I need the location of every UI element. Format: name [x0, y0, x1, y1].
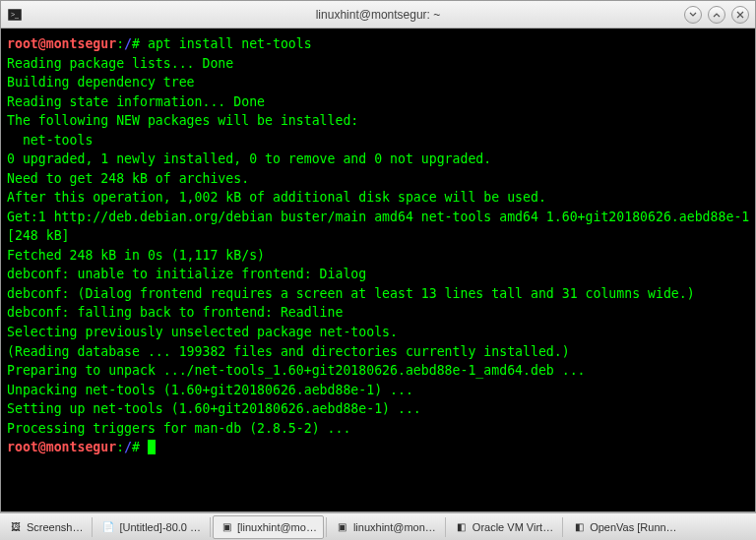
output-line: Building dependency tree: [7, 75, 195, 90]
app-icon: ▣: [220, 520, 233, 534]
output-line: Get:1 http://deb.debian.org/debian buste…: [7, 210, 755, 244]
taskbar-item[interactable]: ◧OpenVas [Runn…: [565, 515, 683, 539]
taskbar-item-label: OpenVas [Runn…: [590, 521, 676, 533]
output-line: Selecting previously unselected package …: [7, 325, 398, 339]
taskbar-item-label: linuxhint@mon…: [353, 521, 436, 533]
taskbar-item-label: [linuxhint@mo…: [237, 521, 317, 533]
output-line: Fetched 248 kB in 0s (1,117 kB/s): [7, 248, 265, 263]
prompt-sep: :: [116, 36, 124, 51]
taskbar-item-label: Screensh…: [27, 521, 83, 533]
taskbar: 🖼Screensh…📄[Untitled]-80.0 …▣[linuxhint@…: [0, 512, 756, 540]
minimize-button[interactable]: [684, 6, 702, 24]
taskbar-item[interactable]: ▣[linuxhint@mo…: [213, 515, 324, 539]
output-line: debconf: falling back to frontend: Readl…: [7, 305, 343, 320]
prompt-path: /: [124, 440, 132, 454]
taskbar-item[interactable]: ▣linuxhint@mon…: [329, 515, 443, 539]
prompt-path: /: [124, 36, 132, 51]
terminal-body[interactable]: root@montsegur:/# apt install net-tools …: [1, 29, 755, 511]
output-line: After this operation, 1,002 kB of additi…: [7, 190, 546, 205]
output-line: net-tools: [7, 133, 93, 148]
terminal-window: >_ linuxhint@montsegur: ~ root@montsegur…: [0, 0, 756, 512]
output-line: Unpacking net-tools (1.60+git20180626.ae…: [7, 383, 413, 397]
output-line: Reading state information... Done: [7, 94, 265, 109]
taskbar-separator: [210, 517, 211, 537]
prompt-sep: :: [116, 440, 124, 454]
taskbar-item[interactable]: 📄[Untitled]-80.0 …: [94, 515, 208, 539]
cursor: [148, 440, 156, 454]
svg-text:>_: >_: [11, 11, 19, 19]
taskbar-item[interactable]: ◧Oracle VM Virt…: [448, 515, 560, 539]
app-icon: ▣: [336, 520, 349, 534]
output-line: 0 upgraded, 1 newly installed, 0 to remo…: [7, 151, 491, 166]
taskbar-separator: [326, 517, 327, 537]
app-icon: 📄: [101, 520, 115, 534]
output-line: Setting up net-tools (1.60+git20180626.a…: [7, 401, 421, 416]
taskbar-item[interactable]: 🖼Screensh…: [2, 515, 90, 539]
prompt-symbol: #: [132, 36, 148, 51]
taskbar-separator: [92, 517, 93, 537]
app-icon: 🖼: [9, 520, 23, 534]
prompt-user-host: root@montsegur: [7, 440, 116, 454]
taskbar-separator: [562, 517, 563, 537]
app-icon: ◧: [572, 520, 586, 534]
close-button[interactable]: [731, 6, 749, 24]
output-line: Processing triggers for man-db (2.8.5-2)…: [7, 421, 350, 436]
taskbar-item-label: Oracle VM Virt…: [472, 521, 553, 533]
titlebar: >_ linuxhint@montsegur: ~: [1, 1, 755, 29]
output-line: debconf: unable to initialize frontend: …: [7, 267, 366, 281]
output-line: The following NEW packages will be insta…: [7, 113, 358, 128]
command-text: apt install net-tools: [148, 36, 312, 51]
output-line: Need to get 248 kB of archives.: [7, 171, 249, 186]
window-title: linuxhint@montsegur: ~: [316, 8, 441, 22]
terminal-icon: >_: [7, 7, 23, 23]
taskbar-item-label: [Untitled]-80.0 …: [119, 521, 201, 533]
maximize-button[interactable]: [708, 6, 725, 24]
output-line: Reading package lists... Done: [7, 56, 233, 71]
output-line: debconf: (Dialog frontend requires a scr…: [7, 286, 695, 301]
taskbar-separator: [445, 517, 446, 537]
prompt-user-host: root@montsegur: [7, 36, 116, 51]
output-line: Preparing to unpack .../net-tools_1.60+g…: [7, 363, 586, 378]
prompt-symbol: #: [132, 440, 148, 454]
output-line: (Reading database ... 199382 files and d…: [7, 344, 570, 359]
app-icon: ◧: [455, 520, 469, 534]
window-controls: [684, 6, 749, 24]
